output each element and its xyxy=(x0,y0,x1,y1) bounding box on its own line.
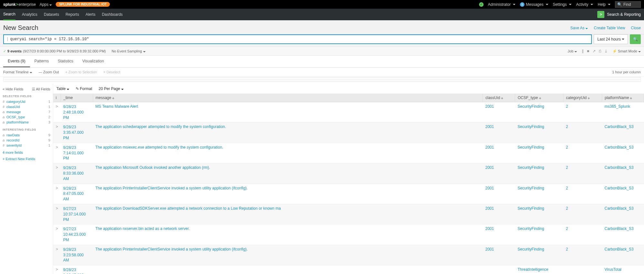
messages-menu[interactable]: 5Messages xyxy=(520,2,548,7)
field-item[interactable]: amessage7 xyxy=(3,109,50,114)
search-button[interactable]: 🔍 xyxy=(630,34,641,44)
cell-time[interactable]: 9/28/23 8:33:36.000 AM xyxy=(61,163,93,184)
share-icon[interactable]: ↗ xyxy=(592,49,596,53)
cell-categoryuid[interactable]: 2 xyxy=(563,143,602,163)
cell-classuid[interactable] xyxy=(483,265,515,274)
extract-new-fields[interactable]: + Extract New Fields xyxy=(3,157,50,161)
cell-platform[interactable]: CarbonBlack_S3 xyxy=(602,204,644,224)
pause-icon[interactable]: ∥ xyxy=(582,49,584,53)
cell-classuid[interactable]: 2001 xyxy=(483,143,515,163)
expand-row[interactable]: > xyxy=(53,245,61,265)
cell-message[interactable]: The application Microsoft Outlook invoke… xyxy=(93,163,483,184)
cell-classuid[interactable]: 2001 xyxy=(483,123,515,143)
timeline-chart[interactable] xyxy=(3,77,641,82)
cell-classuid[interactable]: 2001 xyxy=(483,163,515,184)
cell-message[interactable]: The application PrinterInstallerClientSe… xyxy=(93,184,483,204)
cell-classuid[interactable]: 2001 xyxy=(483,245,515,265)
zoom-out[interactable]: — Zoom Out xyxy=(39,70,59,74)
cell-categoryuid[interactable]: 2 xyxy=(563,163,602,184)
field-item[interactable]: #categoryUid1 xyxy=(3,99,50,104)
brand-logo[interactable]: splunk>enterprise xyxy=(3,2,36,7)
field-item[interactable]: aOCSF_type2 xyxy=(3,114,50,120)
search-reporting-link[interactable]: > Search & Reporting xyxy=(597,11,641,18)
expand-row[interactable]: > xyxy=(53,102,61,123)
search-input[interactable]: | queryai search="ip = 172.16.16.10" xyxy=(3,34,592,44)
col-categoryuid[interactable]: categoryUid◆ xyxy=(563,94,602,102)
nav-analytics[interactable]: Analytics xyxy=(22,9,37,20)
cell-ocsf[interactable]: SecurityFinding xyxy=(515,224,563,245)
per-page-menu[interactable]: 20 Per Page xyxy=(99,87,124,91)
nav-dashboards[interactable]: Dashboards xyxy=(102,9,123,20)
col-platformname[interactable]: platformName◆ xyxy=(602,94,644,102)
cell-time[interactable]: 9/28/23 8:39:47.000 PM xyxy=(61,265,93,274)
tab-patterns[interactable]: Patterns xyxy=(30,56,53,67)
tab-statistics[interactable]: Statistics xyxy=(53,56,78,67)
cell-platform[interactable]: CarbonBlack_S3 xyxy=(602,143,644,163)
cell-classuid[interactable]: 2001 xyxy=(483,224,515,245)
app-pill[interactable]: SPLUNK FOR INDUSTRIAL IOT xyxy=(56,2,110,7)
cell-ocsf[interactable]: SecurityFinding xyxy=(515,163,563,184)
settings-menu[interactable]: Settings xyxy=(553,2,572,7)
cell-message[interactable]: The application msiexec.exe attempted to… xyxy=(93,143,483,163)
expand-row[interactable]: > xyxy=(53,204,61,224)
apps-menu[interactable]: Apps xyxy=(40,2,52,7)
nav-datasets[interactable]: Datasets xyxy=(44,9,59,20)
cell-time[interactable]: 9/27/23 10:44:23.000 PM xyxy=(61,224,93,245)
cell-ocsf[interactable]: SecurityFinding xyxy=(515,204,563,224)
cell-categoryuid[interactable]: 2 xyxy=(563,224,602,245)
col-message[interactable]: message◆ xyxy=(93,94,483,102)
cell-platform[interactable]: CarbonBlack_S3 xyxy=(602,224,644,245)
expand-row[interactable]: > xyxy=(53,143,61,163)
cell-categoryuid[interactable]: 2 xyxy=(563,102,602,123)
field-item[interactable]: #classUid1 xyxy=(3,104,50,109)
nav-reports[interactable]: Reports xyxy=(65,9,79,20)
cell-ocsf[interactable]: ThreatIntelligence xyxy=(515,265,563,274)
cell-ocsf[interactable]: SecurityFinding xyxy=(515,102,563,123)
cell-message[interactable]: The application schedwrapper attempted t… xyxy=(93,123,483,143)
cell-classuid[interactable]: 2001 xyxy=(483,102,515,123)
cell-categoryuid[interactable]: 2 xyxy=(563,123,602,143)
health-icon[interactable]: ✓ xyxy=(479,2,484,7)
cell-categoryuid[interactable]: 2 xyxy=(563,204,602,224)
col-ocsf-type[interactable]: OCSF_type◆ xyxy=(515,94,563,102)
cell-platform[interactable]: CarbonBlack_S3 xyxy=(602,245,644,265)
cell-platform[interactable]: CarbonBlack_S3 xyxy=(602,123,644,143)
expand-row[interactable]: > xyxy=(53,123,61,143)
cell-time[interactable]: 9/28/23 3:35:47.000 PM xyxy=(61,123,93,143)
expand-row[interactable]: > xyxy=(53,184,61,204)
close-button[interactable]: Close xyxy=(631,26,641,30)
col-classuid[interactable]: classUid◆ xyxy=(483,94,515,102)
table-view-menu[interactable]: Table xyxy=(56,87,69,91)
expand-row[interactable]: > xyxy=(53,265,61,274)
stop-icon[interactable]: ■ xyxy=(587,49,589,53)
help-menu[interactable]: Help xyxy=(598,2,610,7)
more-fields[interactable]: 4 more fields xyxy=(3,151,50,154)
cell-classuid[interactable]: 2001 xyxy=(483,204,515,224)
all-fields[interactable]: ☰ All Fields xyxy=(32,87,50,91)
cell-platform[interactable]: CarbonBlack_S3 xyxy=(602,163,644,184)
cell-message[interactable]: MS Teams Malware Alert xyxy=(93,102,483,123)
cell-ocsf[interactable]: SecurityFinding xyxy=(515,245,563,265)
cell-platform[interactable]: CarbonBlack_S3 xyxy=(602,184,644,204)
activity-menu[interactable]: Activity xyxy=(576,2,593,7)
field-item[interactable]: #severityId1 xyxy=(3,143,50,148)
find-input[interactable]: 🔍Find xyxy=(615,1,641,8)
col-time[interactable]: _time xyxy=(61,94,93,102)
tab-events[interactable]: Events (9) xyxy=(3,56,30,67)
field-item[interactable]: arawData9 xyxy=(3,132,50,138)
cell-ocsf[interactable]: SecurityFinding xyxy=(515,184,563,204)
smart-mode-menu[interactable]: ⚡ Smart Mode xyxy=(612,49,641,53)
cell-time[interactable]: 9/28/23 8:47:05.000 AM xyxy=(61,184,93,204)
create-table-view-button[interactable]: Create Table View xyxy=(594,26,625,30)
cell-time[interactable]: 9/28/23 2:48:18.000 PM xyxy=(61,102,93,123)
cell-message[interactable]: The application DownloadSDKServer.exe at… xyxy=(93,204,483,224)
cell-categoryuid[interactable] xyxy=(563,265,602,274)
save-as-button[interactable]: Save As xyxy=(570,26,588,30)
format-timeline[interactable]: Format Timeline xyxy=(3,70,32,74)
cell-message[interactable]: The application PrinterInstallerClientSe… xyxy=(93,245,483,265)
field-item[interactable]: arecordId9 xyxy=(3,138,50,143)
cell-classuid[interactable]: 2001 xyxy=(483,184,515,204)
nav-alerts[interactable]: Alerts xyxy=(85,9,95,20)
cell-ocsf[interactable]: SecurityFinding xyxy=(515,143,563,163)
cell-ocsf[interactable]: SecurityFinding xyxy=(515,123,563,143)
